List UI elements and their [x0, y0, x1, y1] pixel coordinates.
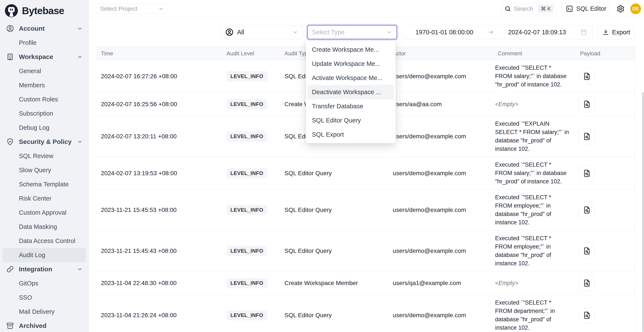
view-payload-button[interactable]	[579, 202, 595, 218]
search-input[interactable]: Search ⌘ K	[501, 3, 556, 15]
sidebar-section-label: Integration	[19, 266, 52, 273]
table-row: 2023-11-04 22:48:30 +08:00 LEVEL_INFO Cr…	[96, 272, 635, 295]
file-search-icon	[582, 72, 591, 81]
time-cell: 2023-11-04 21:26:24 +08:00	[96, 312, 222, 319]
sidebar-section-security[interactable]: Security & Policy	[2, 135, 86, 149]
payload-cell	[575, 202, 635, 218]
sidebar-section-workspace[interactable]: Workspace	[2, 50, 86, 64]
file-search-icon	[582, 206, 591, 214]
table-row: 2023-11-21 15:45:43 +08:00 LEVEL_INFO SQ…	[96, 231, 635, 272]
arrow-right-icon	[488, 29, 494, 36]
sidebar-item[interactable]: Profile	[2, 36, 86, 50]
comment-cell: Executed `"SELECT * FROM employee;"` in …	[493, 193, 575, 227]
search-icon	[504, 5, 511, 12]
type-option[interactable]: Transfer Database	[308, 99, 394, 113]
date-range-picker[interactable]: 1970-01-01 08:00:00 2024-02-07 18:09:13	[402, 25, 593, 39]
sidebar-item[interactable]: Data Access Control	[2, 234, 86, 248]
type-filter-placeholder: Select Type	[312, 29, 344, 36]
view-payload-button[interactable]	[579, 96, 595, 112]
file-search-icon	[582, 279, 591, 287]
view-payload-button[interactable]	[579, 275, 595, 291]
sidebar-item[interactable]: SSO	[2, 290, 86, 305]
actor-cell: users/demo@example.com	[388, 170, 493, 177]
sidebar-item[interactable]: Audit Log	[2, 248, 86, 262]
audit-level-cell: LEVEL_INFO	[222, 310, 280, 321]
gear-icon[interactable]	[616, 5, 625, 13]
sidebar-item[interactable]: Custom Approval	[2, 205, 86, 220]
type-option[interactable]: Activate Workspace Me...	[308, 71, 394, 85]
sidebar-item[interactable]: SQL Review	[2, 149, 86, 163]
time-cell: 2024-02-07 16:25:56 +08:00	[96, 101, 222, 108]
file-search-icon	[582, 311, 591, 320]
view-payload-button[interactable]	[579, 307, 595, 323]
avatar[interactable]: DE	[630, 3, 641, 14]
sidebar-item[interactable]: Debug Log	[2, 121, 86, 135]
audit-type-cell: SQL Editor Query	[280, 170, 388, 177]
sidebar-section-archived[interactable]: Archived	[2, 319, 86, 332]
sidebar-section-account[interactable]: Account	[2, 21, 86, 36]
export-button[interactable]: Export	[598, 25, 635, 39]
bytebase-app: Bytebase Account Profile Wor	[0, 0, 644, 332]
date-from-value[interactable]: 1970-01-01 08:00:00	[407, 29, 482, 36]
sql-editor-label: SQL Editor	[576, 5, 606, 12]
sidebar-item[interactable]: Slow Query	[2, 163, 86, 177]
table-row: 2024-02-07 13:19:53 +08:00 LEVEL_INFO SQ…	[96, 157, 635, 190]
type-option[interactable]: Update Workspace Me...	[308, 57, 394, 71]
audit-level-cell: LEVEL_INFO	[222, 246, 280, 256]
sidebar-item[interactable]: General	[2, 64, 86, 78]
sidebar-item[interactable]: GitOps	[2, 276, 86, 290]
actor-cell: users/demo@example.com	[388, 312, 493, 319]
comment-cell: Executed `"SELECT * FROM department;"` i…	[493, 299, 575, 332]
sidebar-item[interactable]: Subscription	[2, 106, 86, 121]
type-dropdown-menu: Create Workspace Me...Update Workspace M…	[306, 41, 396, 143]
sidebar-section-label: Security & Policy	[19, 138, 72, 146]
payload-cell	[575, 165, 635, 181]
type-option[interactable]: SQL Export	[308, 127, 394, 142]
audit-type-cell: SQL Editor Query	[280, 312, 388, 319]
type-option[interactable]: Create Workspace Me...	[308, 42, 394, 57]
file-search-icon	[582, 169, 591, 177]
view-payload-button[interactable]	[579, 243, 595, 259]
comment-cell: Executed `"EXPLAIN SELECT * FROM salary;…	[493, 120, 575, 153]
view-payload-button[interactable]	[579, 68, 595, 84]
sidebar-section-integration[interactable]: Integration	[2, 262, 86, 276]
sidebar-section-label: Archived	[19, 322, 46, 330]
payload-cell	[575, 129, 635, 144]
audit-level-cell: LEVEL_INFO	[222, 71, 280, 81]
sidebar-item[interactable]: Risk Center	[2, 191, 86, 205]
actor-cell: users/qa1@example.com	[388, 280, 493, 287]
brand-name: Bytebase	[22, 5, 64, 16]
sidebar-group-security: SQL ReviewSlow QuerySchema TemplateRisk …	[2, 149, 86, 262]
sql-editor-button[interactable]: SQL Editor	[561, 3, 611, 15]
sidebar-item[interactable]: Mail Delivery	[2, 305, 86, 319]
time-cell: 2024-02-07 13:19:53 +08:00	[96, 170, 222, 177]
chevron-down-icon	[77, 54, 83, 60]
type-filter-dropdown[interactable]: Select Type	[308, 25, 397, 39]
sidebar-item[interactable]: Data Masking	[2, 220, 86, 234]
sidebar-item[interactable]: Schema Template	[2, 177, 86, 191]
type-option[interactable]: Deactivate Workspace ...	[308, 85, 394, 99]
date-to-value[interactable]: 2024-02-07 18:09:13	[500, 29, 574, 36]
sidebar-nav: Account Profile Workspace Genera	[2, 21, 86, 332]
brand-logo[interactable]: Bytebase	[2, 0, 86, 21]
audit-level-cell: LEVEL_INFO	[222, 131, 280, 142]
chevron-down-icon	[292, 29, 298, 35]
select-project-dropdown[interactable]: Select Project	[96, 4, 168, 14]
payload-cell	[575, 275, 635, 291]
level-badge: LEVEL_INFO	[226, 168, 267, 178]
shield-check-icon	[6, 138, 14, 146]
view-payload-button[interactable]	[579, 129, 595, 144]
vertical-scrollbar[interactable]	[642, 92, 644, 332]
level-badge: LEVEL_INFO	[226, 205, 267, 215]
sidebar-item[interactable]: Custom Roles	[2, 92, 86, 106]
type-option[interactable]: SQL Editor Query	[308, 113, 394, 127]
actor-filter-dropdown[interactable]: All	[220, 25, 303, 39]
view-payload-button[interactable]	[579, 165, 595, 181]
time-cell: 2023-11-04 22:48:30 +08:00	[96, 280, 222, 287]
payload-cell	[575, 243, 635, 259]
sidebar-section-label: Account	[19, 25, 45, 32]
file-search-icon	[582, 247, 591, 255]
column-header-time: Time	[96, 50, 222, 57]
actor-cell: users/demo@example.com	[388, 73, 493, 80]
sidebar-item[interactable]: Members	[2, 78, 86, 92]
